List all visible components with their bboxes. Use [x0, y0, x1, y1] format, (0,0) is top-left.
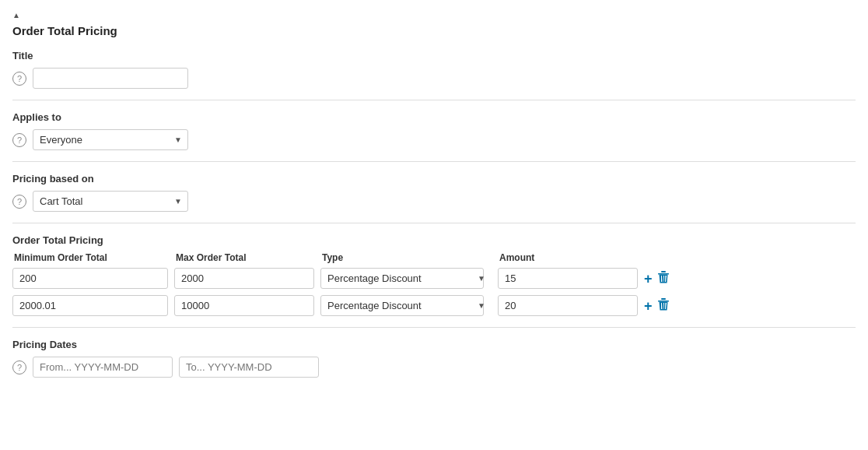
- main-title: Order Total Pricing: [12, 24, 856, 37]
- pricing-based-on-section: Pricing based on ? Cart Total Order Tota…: [12, 173, 856, 212]
- col-header-type: Type: [320, 252, 492, 263]
- to-date-input[interactable]: [179, 357, 319, 378]
- title-label: Title: [12, 50, 856, 62]
- divider-1: [12, 100, 856, 100]
- pricing-based-on-label: Pricing based on: [12, 173, 856, 185]
- title-help-icon[interactable]: ?: [12, 72, 26, 86]
- from-date-input[interactable]: [33, 357, 173, 378]
- type-select-wrapper-2: Percentage Discount Fixed Discount Fixed…: [320, 295, 492, 316]
- title-input[interactable]: [33, 68, 188, 89]
- applies-to-select[interactable]: Everyone Logged In Users Guests: [33, 129, 188, 150]
- delete-row-button-1[interactable]: [657, 270, 670, 287]
- type-select-2[interactable]: Percentage Discount Fixed Discount Fixed…: [320, 295, 484, 316]
- add-row-button-2[interactable]: +: [644, 299, 653, 313]
- min-order-total-2[interactable]: [12, 295, 168, 316]
- svg-rect-2: [658, 301, 669, 302]
- pricing-based-on-select-wrapper: Cart Total Order Total Subtotal ▼: [33, 191, 188, 212]
- svg-rect-1: [661, 271, 666, 272]
- max-order-total-1[interactable]: [174, 268, 314, 289]
- order-total-pricing-section: Order Total Pricing Minimum Order Total …: [12, 234, 856, 316]
- collapse-arrow[interactable]: ▲: [12, 11, 20, 19]
- pricing-based-on-help-icon[interactable]: ?: [12, 195, 26, 209]
- applies-to-section: Applies to ? Everyone Logged In Users Gu…: [12, 111, 856, 150]
- divider-2: [12, 161, 856, 162]
- svg-rect-0: [658, 273, 669, 275]
- col-header-amount: Amount: [498, 252, 638, 263]
- amount-1[interactable]: [498, 268, 638, 289]
- pricing-row-2: Percentage Discount Fixed Discount Fixed…: [12, 295, 856, 316]
- pricing-row-1: Percentage Discount Fixed Discount Fixed…: [12, 268, 856, 289]
- pricing-dates-label: Pricing Dates: [12, 339, 856, 350]
- divider-4: [12, 327, 856, 328]
- pricing-dates-help-icon[interactable]: ?: [12, 360, 26, 374]
- col-header-max: Max Order Total: [174, 252, 314, 263]
- row-actions-2: +: [644, 297, 856, 314]
- dates-row: ?: [12, 357, 856, 378]
- pricing-table-header: Minimum Order Total Max Order Total Type…: [12, 252, 856, 263]
- amount-2[interactable]: [498, 295, 638, 316]
- applies-to-label: Applies to: [12, 111, 856, 123]
- col-header-actions: [644, 252, 856, 263]
- row-actions-1: +: [644, 270, 856, 287]
- page-container: ▲ Order Total Pricing Title ? Applies to…: [0, 0, 868, 396]
- order-total-pricing-label: Order Total Pricing: [12, 234, 856, 246]
- type-select-wrapper-1: Percentage Discount Fixed Discount Fixed…: [320, 268, 492, 289]
- pricing-dates-section: Pricing Dates ?: [12, 339, 856, 378]
- svg-rect-3: [661, 298, 666, 300]
- pricing-based-on-select[interactable]: Cart Total Order Total Subtotal: [33, 191, 188, 212]
- min-order-total-1[interactable]: [12, 268, 168, 289]
- trash-icon-2: [657, 297, 670, 311]
- delete-row-button-2[interactable]: [657, 297, 670, 314]
- max-order-total-2[interactable]: [174, 295, 314, 316]
- trash-icon-1: [657, 270, 670, 284]
- add-row-button-1[interactable]: +: [644, 272, 653, 286]
- applies-to-help-icon[interactable]: ?: [12, 133, 26, 147]
- divider-3: [12, 223, 856, 223]
- col-header-min: Minimum Order Total: [12, 252, 168, 263]
- type-select-1[interactable]: Percentage Discount Fixed Discount Fixed…: [320, 268, 484, 289]
- applies-to-select-wrapper: Everyone Logged In Users Guests ▼: [33, 129, 188, 150]
- title-section: Title ?: [12, 50, 856, 89]
